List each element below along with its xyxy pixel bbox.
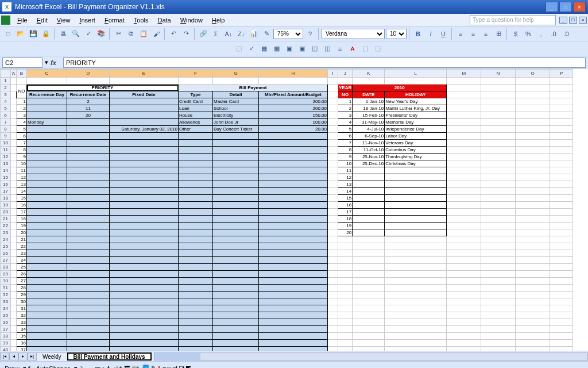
cell-no[interactable]: 14 xyxy=(17,188,27,195)
cell-type[interactable] xyxy=(179,326,213,333)
sheet-tab[interactable]: Weekly xyxy=(36,352,68,361)
cell-amount[interactable] xyxy=(259,319,328,326)
cell-hol-name[interactable]: Memorial Day xyxy=(385,119,447,126)
cell-type[interactable] xyxy=(179,298,213,305)
cell-detail[interactable] xyxy=(213,292,259,298)
cell-hol-name[interactable]: Christmas Day xyxy=(385,160,447,167)
tb2-icon[interactable]: ◫ xyxy=(309,43,320,55)
cell-no[interactable]: 21 xyxy=(17,236,27,243)
tb2-icon[interactable]: ✓ xyxy=(246,43,257,55)
cell-rec-date[interactable] xyxy=(67,167,110,174)
cell-hol-no[interactable]: 6 xyxy=(338,133,353,140)
cell-amount[interactable] xyxy=(259,160,328,167)
cell-rec-day[interactable] xyxy=(27,340,67,347)
cell-fixed[interactable] xyxy=(110,195,179,202)
cell-type[interactable] xyxy=(179,147,213,154)
tb2-icon[interactable]: ⬚ xyxy=(359,43,371,55)
cell-rec-day[interactable] xyxy=(27,133,67,140)
cell-rec-day[interactable] xyxy=(27,216,67,223)
cell-amount[interactable] xyxy=(259,333,328,340)
cell-rec-date[interactable]: 2 xyxy=(67,98,110,105)
col-header[interactable]: M xyxy=(447,70,481,78)
row-header[interactable]: 25 xyxy=(1,243,11,250)
menu-insert[interactable]: Insert xyxy=(75,16,100,25)
cell-rec-date[interactable] xyxy=(67,119,110,126)
cell-fixed[interactable] xyxy=(110,112,179,119)
cell-fixed[interactable] xyxy=(110,229,179,236)
cell-rec-date[interactable] xyxy=(67,160,110,167)
cell-amount[interactable]: 200.00 xyxy=(259,105,328,112)
cell-hol-no[interactable]: 3 xyxy=(338,112,353,119)
cell-rec-day[interactable] xyxy=(27,160,67,167)
cell-amount[interactable] xyxy=(259,154,328,160)
draw-menu[interactable]: Draw xyxy=(2,365,22,369)
cell-hol-date[interactable]: 11-Oct-10 xyxy=(353,147,385,154)
cell-rec-date[interactable] xyxy=(67,347,110,351)
cell-no[interactable]: 37 xyxy=(17,347,27,351)
cell-rec-day[interactable] xyxy=(27,140,67,147)
cell-rec-date[interactable] xyxy=(67,298,110,305)
cell-amount[interactable] xyxy=(259,140,328,147)
formula-input[interactable]: PRIORITY xyxy=(63,57,586,68)
cell-detail[interactable]: Electricity xyxy=(213,112,259,119)
cell-rec-date[interactable] xyxy=(67,236,110,243)
cell-amount[interactable] xyxy=(259,278,328,285)
cell-rec-day[interactable] xyxy=(27,285,67,292)
cell-amount[interactable] xyxy=(259,312,328,319)
row-header[interactable]: 4 xyxy=(1,98,11,105)
3d-icon[interactable]: ◩ xyxy=(185,365,191,368)
row-header[interactable]: 35 xyxy=(1,312,11,319)
cell-no[interactable]: 17 xyxy=(17,209,27,216)
italic-icon[interactable]: I xyxy=(425,28,436,40)
cell-type[interactable] xyxy=(179,154,213,160)
drawing-icon[interactable]: ✎ xyxy=(261,28,272,40)
cell-detail[interactable] xyxy=(213,133,259,140)
row-header[interactable]: 21 xyxy=(1,216,11,223)
cell-detail[interactable] xyxy=(213,250,259,257)
col-header[interactable]: J xyxy=(338,70,353,78)
row-header[interactable]: 40 xyxy=(1,347,11,351)
cell-hol-no[interactable]: 14 xyxy=(338,188,353,195)
cell-detail[interactable] xyxy=(213,305,259,312)
cell-type[interactable] xyxy=(179,243,213,250)
cut-icon[interactable]: ✂ xyxy=(113,28,124,40)
cell-no[interactable]: 8 xyxy=(17,147,27,154)
comma-icon[interactable]: , xyxy=(535,28,547,40)
cell-amount[interactable] xyxy=(259,305,328,312)
cell-hol-no[interactable]: 11 xyxy=(338,167,353,174)
cell-type[interactable] xyxy=(179,257,213,264)
cell-hol-no[interactable]: 20 xyxy=(338,229,353,236)
cell-hol-no[interactable]: 2 xyxy=(338,105,353,112)
fx-icon[interactable]: fx xyxy=(51,59,61,66)
col-header[interactable]: B xyxy=(17,70,27,78)
cell-fixed[interactable] xyxy=(110,305,179,312)
row-header[interactable]: 37 xyxy=(1,326,11,333)
tab-nav-next-icon[interactable]: ▸ xyxy=(18,352,28,361)
cell-amount[interactable] xyxy=(259,340,328,347)
cell-rec-date[interactable] xyxy=(67,140,110,147)
cell-detail[interactable]: School xyxy=(213,105,259,112)
col-header[interactable]: O xyxy=(516,70,550,78)
tb2-icon[interactable]: ◫ xyxy=(322,43,333,55)
cell-detail[interactable]: Master Card xyxy=(213,98,259,105)
cell-amount[interactable] xyxy=(259,257,328,264)
select-arrow-icon[interactable]: ↖ xyxy=(28,365,33,368)
row-header[interactable]: 32 xyxy=(1,292,11,298)
cell-detail[interactable] xyxy=(213,264,259,271)
cell-fixed[interactable] xyxy=(110,319,179,326)
autoshapes-menu[interactable]: AutoShapes xyxy=(34,365,73,369)
tb2-icon[interactable]: A xyxy=(347,43,358,55)
cell-fixed[interactable] xyxy=(110,278,179,285)
cell-rec-day[interactable] xyxy=(27,333,67,340)
cell-rec-day[interactable] xyxy=(27,174,67,181)
close-button[interactable]: × xyxy=(573,2,586,12)
cell-fixed[interactable] xyxy=(110,257,179,264)
cell-rec-date[interactable] xyxy=(67,271,110,278)
cell-hol-name[interactable]: Thanksgiving Day xyxy=(385,154,447,160)
cell-type[interactable] xyxy=(179,202,213,209)
cell-type[interactable] xyxy=(179,188,213,195)
cell-no[interactable]: 10 xyxy=(17,160,27,167)
cell-type[interactable] xyxy=(179,333,213,340)
cell-no[interactable]: 33 xyxy=(17,319,27,326)
cell-hol-no[interactable]: 9 xyxy=(338,154,353,160)
